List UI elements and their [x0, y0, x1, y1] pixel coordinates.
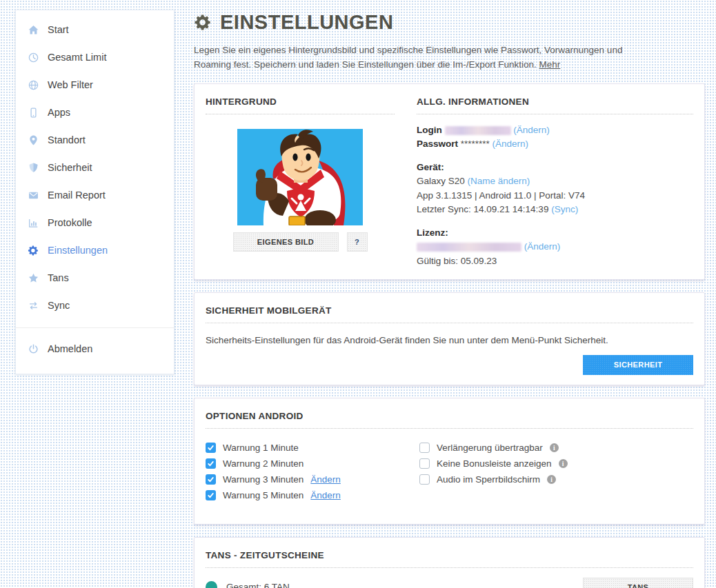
sidebar-item-web-filter[interactable]: Web Filter	[16, 71, 174, 99]
sidebar-item-label: Protokolle	[48, 217, 92, 228]
options-column-left: Warnung 1 Minute Warnung 2 Minuten Warnu…	[206, 443, 419, 506]
last-sync-text: Letzter Sync: 14.09.21 14:14:39	[417, 204, 548, 214]
lizenz-row: (Ändern)	[417, 241, 693, 253]
sidebar-item-start[interactable]: Start	[16, 16, 174, 43]
sidebar-item-label: Abmelden	[48, 343, 92, 354]
bar-chart-icon	[27, 216, 39, 229]
checkbox-checked[interactable]	[206, 458, 216, 469]
login-row: Login (Ändern)	[417, 124, 693, 136]
hintergrund-buttons: EIGENES BILD ?	[206, 232, 395, 252]
checkbox-unchecked[interactable]	[419, 474, 430, 485]
info-icon[interactable]: i	[559, 459, 568, 468]
page-description: Legen Sie ein eigenes Hintergrundsbild u…	[194, 43, 662, 72]
sidebar-item-label: Web Filter	[48, 79, 93, 90]
option-warnung-3: Warnung 3 Minuten Ändern	[206, 474, 419, 485]
checkbox-checked[interactable]	[206, 443, 216, 453]
login-value-redacted	[445, 126, 511, 135]
sidebar-item-label: Apps	[48, 107, 70, 118]
gear-icon	[27, 244, 39, 256]
geraet-name: Galaxy S20	[417, 176, 465, 186]
passwort-row: Passwort ******** (Ändern)	[417, 138, 693, 150]
sidebar-item-standort[interactable]: Standort	[16, 126, 174, 154]
tans-button[interactable]: TANS	[583, 578, 693, 588]
sidebar-item-email-report[interactable]: Email Report	[16, 181, 174, 209]
power-icon	[27, 343, 39, 355]
geraet-rename-link[interactable]: (Name ändern)	[468, 176, 530, 186]
sidebar-item-label: Sicherheit	[48, 162, 92, 173]
sidebar-item-protokolle[interactable]: Protokolle	[16, 209, 174, 236]
main-content: EINSTELLUNGEN Legen Sie ein eigenes Hint…	[194, 10, 705, 588]
sidebar-item-einstellungen[interactable]: Einstellungen	[16, 236, 174, 264]
sync-arrows-icon	[27, 299, 39, 312]
sidebar-item-label: Sync	[48, 300, 70, 311]
sidebar-divider	[16, 327, 174, 328]
tans-title: TANS - ZEITGUTSCHEINE	[206, 550, 693, 560]
sidebar-item-label: Tans	[48, 272, 69, 283]
sicherheit-button[interactable]: SICHERHEIT	[583, 355, 693, 375]
lizenz-value-redacted	[417, 243, 521, 252]
shield-icon	[27, 161, 39, 174]
info-icon[interactable]: i	[550, 443, 559, 452]
lizenz-change-link[interactable]: (Ändern)	[524, 241, 561, 252]
page-title-text: EINSTELLUNGEN	[220, 11, 393, 34]
sidebar-item-tans[interactable]: Tans	[16, 264, 174, 292]
checkbox-checked[interactable]	[206, 474, 216, 485]
allg-informationen-section: ALLG. INFORMATIONEN Login (Ändern) Passw…	[417, 94, 693, 270]
passwort-change-link[interactable]: (Ändern)	[493, 139, 529, 149]
divider	[417, 114, 693, 114]
sidebar-item-abmelden[interactable]: Abmelden	[16, 335, 174, 363]
login-label: Login	[417, 125, 442, 135]
eigenes-bild-button[interactable]: EIGENES BILD	[233, 232, 339, 252]
option-label: Keine Bonusleiste anzeigen	[437, 458, 552, 469]
checkbox-unchecked[interactable]	[419, 458, 430, 469]
options-column-right: Verlängerung übertragbar i Keine Bonusle…	[419, 443, 693, 506]
lizenz-label-row: Lizenz:	[417, 227, 693, 239]
passwort-value: ********	[461, 139, 490, 149]
login-change-link[interactable]: (Ändern)	[513, 125, 550, 135]
card-sicherheit-mobilgeraet: SICHERHEIT MOBILGERÄT Sicherheits-Einste…	[194, 292, 705, 385]
optionen-title: OPTIONEN ANDROID	[206, 411, 693, 421]
sidebar-nav: Start Gesamt Limit Web Filter Apps	[16, 16, 174, 319]
card-tans: TANS - ZEITGUTSCHEINE Gesamt: 6 TAN TANS	[194, 537, 705, 588]
page-title: EINSTELLUNGEN	[194, 11, 705, 34]
superhero-image	[237, 129, 363, 225]
option-audio-sperrbildschirm: Audio im Sperrbildschirm i	[419, 474, 693, 485]
hintergrund-section: HINTERGRUND	[206, 94, 395, 270]
card-optionen-android: OPTIONEN ANDROID Warnung 1 Minute Warnun…	[194, 398, 705, 525]
hintergrund-title: HINTERGRUND	[206, 97, 395, 107]
mehr-link[interactable]: Mehr	[539, 59, 561, 70]
allg-informationen-title: ALLG. INFORMATIONEN	[417, 97, 693, 107]
sidebar: Start Gesamt Limit Web Filter Apps	[15, 10, 175, 374]
sidebar-item-sync[interactable]: Sync	[16, 292, 174, 319]
aendern-link[interactable]: Ändern	[310, 474, 341, 485]
sidebar-item-gesamt-limit[interactable]: Gesamt Limit	[16, 43, 174, 71]
star-icon	[27, 272, 39, 284]
divider	[206, 567, 693, 568]
sidebar-item-sicherheit[interactable]: Sicherheit	[16, 154, 174, 181]
sync-link[interactable]: (Sync)	[551, 204, 578, 214]
divider	[206, 114, 395, 114]
app-info-row: App 3.1.1315 | Android 11.0 | Portal: V7…	[417, 190, 693, 202]
tan-status-dot	[206, 581, 217, 588]
sidebar-item-label: Start	[48, 24, 69, 35]
info-icon[interactable]: i	[547, 475, 556, 484]
page-background: Start Gesamt Limit Web Filter Apps	[0, 0, 716, 588]
option-label: Warnung 5 Minuten	[223, 490, 304, 500]
divider	[206, 323, 693, 323]
sicherheit-title: SICHERHEIT MOBILGERÄT	[206, 305, 693, 316]
page-header: EINSTELLUNGEN Legen Sie ein eigenes Hint…	[194, 11, 705, 72]
checkbox-checked[interactable]	[206, 490, 216, 500]
geraet-name-row: Galaxy S20 (Name ändern)	[417, 175, 693, 187]
clock-icon	[27, 51, 39, 63]
sidebar-item-label: Gesamt Limit	[48, 52, 106, 63]
option-label: Warnung 3 Minuten	[223, 474, 304, 485]
option-verlaengerung: Verlängerung übertragbar i	[419, 443, 693, 454]
help-button[interactable]: ?	[347, 232, 368, 252]
location-pin-icon	[27, 134, 39, 146]
checkbox-unchecked[interactable]	[419, 443, 430, 453]
gueltig-bis-row: Gültig bis: 05.09.23	[417, 255, 693, 267]
sidebar-item-apps[interactable]: Apps	[16, 99, 174, 126]
option-warnung-2: Warnung 2 Minuten	[206, 458, 419, 469]
aendern-link[interactable]: Ändern	[310, 490, 341, 500]
card-hintergrund-info: HINTERGRUND	[194, 83, 705, 280]
